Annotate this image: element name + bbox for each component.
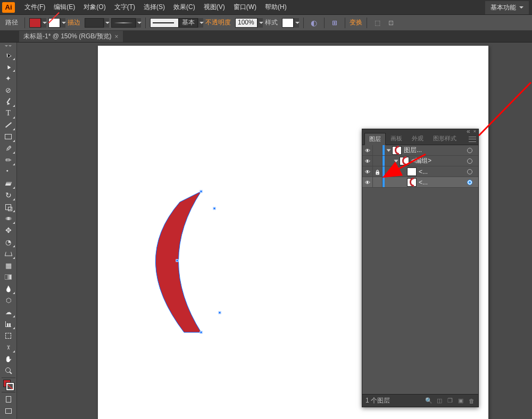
menu-view[interactable]: 视图(V) <box>200 1 229 14</box>
target-button[interactable] <box>466 180 474 185</box>
disclosure-triangle[interactable] <box>392 159 400 163</box>
slice-tool[interactable] <box>2 341 15 353</box>
transform-label[interactable]: 变换 <box>350 18 362 27</box>
fill-stroke-swap[interactable] <box>2 379 15 391</box>
uniform-profile-icon <box>114 22 133 23</box>
layer-row[interactable]: 图层... <box>362 145 478 156</box>
shape-builder-tool[interactable] <box>2 236 15 248</box>
delete-layer-icon[interactable]: 🗑 <box>468 397 475 405</box>
hand-tool[interactable] <box>2 353 15 365</box>
stroke-label[interactable]: 描边 <box>68 18 80 27</box>
visibility-toggle[interactable] <box>362 166 373 177</box>
scale-tool[interactable] <box>2 201 15 213</box>
new-sublayer-icon[interactable]: ❐ <box>446 397 454 405</box>
anchor-point[interactable] <box>213 207 216 210</box>
type-tool[interactable] <box>2 107 15 119</box>
screen-mode[interactable] <box>2 405 15 417</box>
tab-layers[interactable]: 图层 <box>364 133 386 145</box>
layer-row[interactable]: <... <box>362 166 478 177</box>
selection-tool[interactable] <box>2 49 15 61</box>
eyedropper-tool[interactable] <box>2 283 15 295</box>
eraser-tool[interactable] <box>2 178 15 189</box>
workspace-switcher[interactable]: 基本功能 <box>485 1 529 14</box>
panel-menu-icon[interactable] <box>469 137 476 142</box>
line-segment-tool[interactable] <box>2 119 15 131</box>
tab-appearance[interactable]: 外观 <box>407 132 428 145</box>
profile-control[interactable] <box>111 18 141 28</box>
layer-row[interactable]: <编组> <box>362 156 478 166</box>
tab-graphic-styles[interactable]: 图形样式 <box>428 132 461 145</box>
menu-help[interactable]: 帮助(H) <box>261 1 291 14</box>
visibility-toggle[interactable] <box>362 156 373 166</box>
stroke-control[interactable] <box>48 18 65 28</box>
menu-object[interactable]: 对象(O) <box>79 1 110 14</box>
column-graph-tool[interactable] <box>2 318 15 330</box>
lock-toggle[interactable] <box>373 145 383 155</box>
target-button[interactable] <box>466 158 474 164</box>
opacity-value[interactable]: 100% <box>235 18 257 28</box>
anchor-point[interactable] <box>176 259 179 262</box>
align-icon[interactable]: ⊞ <box>329 18 340 28</box>
opacity-input[interactable]: 100% <box>235 18 263 28</box>
make-clip-mask-icon[interactable]: ◫ <box>436 397 443 405</box>
brush-control[interactable]: 基本 <box>150 18 203 28</box>
anchor-point[interactable] <box>200 190 203 193</box>
edit-clip-icon[interactable]: ⊡ <box>385 18 397 28</box>
menu-effect[interactable]: 效果(C) <box>169 1 200 14</box>
anchor-point[interactable] <box>219 312 221 314</box>
close-icon[interactable]: × <box>115 33 119 40</box>
anchor-point[interactable] <box>200 331 203 334</box>
lock-toggle[interactable] <box>373 156 383 166</box>
zoom-tool[interactable] <box>2 365 15 376</box>
selected-path-shape[interactable] <box>159 191 233 342</box>
menu-type[interactable]: 文字(T) <box>110 1 139 14</box>
menu-select[interactable]: 选择(S) <box>139 1 169 14</box>
layer-name[interactable]: <... <box>419 168 466 175</box>
lasso-tool[interactable] <box>2 84 15 96</box>
draw-mode-normal[interactable] <box>2 393 15 405</box>
pencil-tool[interactable] <box>2 154 15 166</box>
rotate-tool[interactable] <box>2 189 15 201</box>
blob-brush-tool[interactable] <box>2 166 15 178</box>
stroke-weight-value[interactable] <box>85 18 104 28</box>
locate-object-icon[interactable]: 🔍 <box>425 397 433 405</box>
menu-file[interactable]: 文件(F) <box>20 1 49 14</box>
layer-name[interactable]: <... <box>419 179 466 186</box>
direct-selection-tool[interactable] <box>2 61 15 72</box>
isolate-icon[interactable]: ⬚ <box>371 18 383 28</box>
recolor-artwork-icon[interactable] <box>308 18 320 28</box>
disclosure-triangle[interactable] <box>385 148 392 153</box>
width-tool[interactable] <box>2 213 15 224</box>
layer-name[interactable]: <编组> <box>411 156 466 165</box>
mesh-tool[interactable] <box>2 259 15 271</box>
visibility-toggle[interactable] <box>362 177 373 187</box>
free-transform-tool[interactable] <box>2 224 15 236</box>
magic-wand-tool[interactable] <box>2 72 15 84</box>
pen-tool[interactable] <box>2 96 15 107</box>
paintbrush-tool[interactable] <box>2 143 15 154</box>
document-tab[interactable]: 未标题-1* @ 150% (RGB/预览) × <box>19 31 123 42</box>
menu-window[interactable]: 窗口(W) <box>229 1 261 14</box>
symbol-sprayer-tool[interactable] <box>2 306 15 318</box>
new-layer-icon[interactable]: ▣ <box>457 397 464 405</box>
chevron-down-icon <box>60 18 65 28</box>
visibility-toggle[interactable] <box>362 145 373 155</box>
blend-tool[interactable] <box>2 295 15 306</box>
stroke-weight-input[interactable] <box>85 18 109 28</box>
target-button[interactable] <box>466 148 474 153</box>
fill-control[interactable] <box>29 18 46 28</box>
rectangle-tool[interactable] <box>2 131 15 143</box>
artboard-tool[interactable] <box>2 330 15 341</box>
gradient-tool[interactable] <box>2 271 15 283</box>
perspective-grid-tool[interactable] <box>2 248 15 259</box>
lock-toggle[interactable] <box>373 177 383 187</box>
opacity-label[interactable]: 不透明度 <box>205 18 231 27</box>
panel-grip-icon[interactable] <box>1 44 16 48</box>
tab-artboards[interactable]: 画板 <box>386 132 407 145</box>
layer-row[interactable]: <... <box>362 177 478 188</box>
layer-name[interactable]: 图层... <box>404 146 466 155</box>
menu-edit[interactable]: 编辑(E) <box>49 1 79 14</box>
graphic-style-control[interactable] <box>282 18 299 28</box>
target-button[interactable] <box>466 169 474 174</box>
lock-toggle[interactable] <box>373 166 383 177</box>
